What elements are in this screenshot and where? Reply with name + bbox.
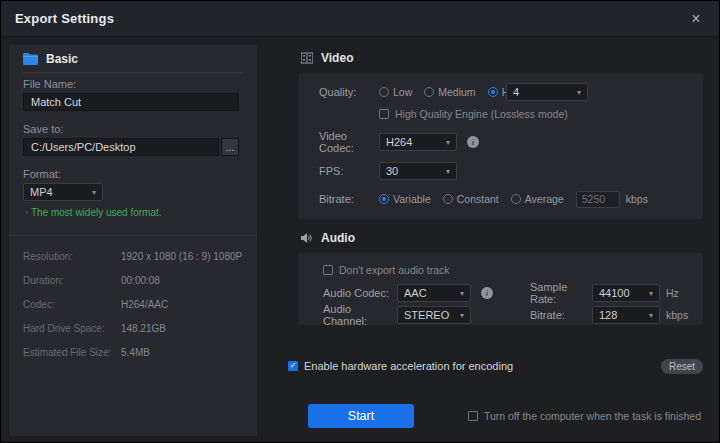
basic-section-header: Basic <box>23 52 78 66</box>
quality-level-dropdown[interactable]: 4 ▾ <box>506 83 588 101</box>
video-codec-value: H264 <box>386 136 412 148</box>
checkbox-checked-icon: ✓ <box>288 361 298 371</box>
info-value: 1920 x 1080 (16 : 9) 1080P <box>121 251 242 262</box>
info-label: Hard Drive Space: <box>23 323 105 334</box>
checkbox-icon <box>323 265 333 275</box>
audio-bitrate-dropdown[interactable]: 128 ▾ <box>592 306 660 324</box>
audio-channel-value: STEREO <box>404 309 449 321</box>
dont-export-audio-row: Don't export audio track <box>323 261 691 279</box>
info-row-resolution: Resolution: 1920 x 1080 (16 : 9) 1080P <box>23 251 249 263</box>
save-to-value: C:/Users/PC/Desktop <box>31 141 136 153</box>
format-dropdown[interactable]: MP4 ▾ <box>23 183 103 201</box>
hqe-checkbox-group[interactable]: High Quality Engine (Lossless mode) <box>379 108 568 120</box>
info-label: Resolution: <box>23 251 73 262</box>
audio-channel-label: Audio Channel: <box>323 303 397 327</box>
audio-codec-dropdown[interactable]: AAC ▾ <box>397 284 471 302</box>
fps-dropdown[interactable]: 30 ▾ <box>379 162 457 180</box>
radio-icon-selected <box>379 194 389 204</box>
info-icon[interactable]: i <box>481 287 493 299</box>
info-value: 5.4MB <box>121 347 150 358</box>
format-value: MP4 <box>30 186 53 198</box>
save-to-input[interactable]: C:/Users/PC/Desktop <box>23 138 219 156</box>
sample-rate-value: 44100 <box>599 287 630 299</box>
audio-bitrate-unit: kbps <box>666 309 688 321</box>
file-name-label: File Name: <box>23 78 76 90</box>
hqe-row: High Quality Engine (Lossless mode) <box>379 105 691 123</box>
audio-section-label: Audio <box>321 231 355 245</box>
radio-icon <box>443 194 453 204</box>
audio-codec-row: Audio Codec: AAC ▾ i Sample Rate: 44100 … <box>323 284 691 302</box>
basic-sidebar: Basic File Name: Match Cut Save to: C:/U… <box>9 45 257 436</box>
hw-accel-checkbox-group[interactable]: ✓ Enable hardware acceleration for encod… <box>288 360 513 372</box>
bitrate-value-input[interactable] <box>576 191 620 208</box>
video-section-header: Video <box>301 51 353 65</box>
divider <box>23 72 243 73</box>
speaker-icon <box>301 232 313 244</box>
file-name-value: Match Cut <box>31 96 81 108</box>
video-icon <box>301 52 313 64</box>
radio-icon <box>379 87 389 97</box>
bitrate-option-variable[interactable]: Variable <box>379 193 431 205</box>
audio-channel-row: Audio Channel: STEREO ▾ Bitrate: 128 ▾ k… <box>323 306 691 324</box>
format-label: Format: <box>23 168 61 180</box>
quality-option-medium[interactable]: Medium <box>424 86 475 98</box>
hardware-acceleration-row: ✓ Enable hardware acceleration for encod… <box>288 358 703 374</box>
divider <box>9 235 257 236</box>
audio-bitrate-group: Bitrate: 128 ▾ kbps <box>530 306 688 324</box>
audio-channel-dropdown[interactable]: STEREO ▾ <box>397 306 471 324</box>
dont-export-audio-checkbox-group[interactable]: Don't export audio track <box>323 264 450 276</box>
info-label: Codec: <box>23 299 55 310</box>
chevron-down-icon: ▾ <box>577 88 581 97</box>
save-to-label: Save to: <box>23 123 63 135</box>
audio-bitrate-value: 128 <box>599 309 617 321</box>
info-label: Duration: <box>23 275 64 286</box>
chevron-down-icon: ▾ <box>460 311 464 320</box>
reset-button[interactable]: Reset <box>661 359 703 374</box>
bitrate-label: Bitrate: <box>319 193 379 205</box>
quality-option-low[interactable]: Low <box>379 86 412 98</box>
info-row-estimated-file-size: Estimated File Size: 5.4MB <box>23 347 249 359</box>
format-hint: · The most widely used format. <box>25 207 162 218</box>
audio-settings-panel: Don't export audio track Audio Codec: AA… <box>299 253 703 325</box>
checkbox-icon <box>379 109 389 119</box>
close-icon[interactable]: × <box>687 11 705 27</box>
chevron-down-icon: ▾ <box>92 188 96 197</box>
info-icon[interactable]: i <box>467 136 479 148</box>
radio-label: Medium <box>438 86 475 98</box>
info-value: 148.21GB <box>121 323 166 334</box>
info-row-duration: Duration: 00:00:08 <box>23 275 249 287</box>
hw-accel-label: Enable hardware acceleration for encodin… <box>304 360 513 372</box>
chevron-down-icon: ▾ <box>649 311 653 320</box>
shutdown-checkbox-group[interactable]: Turn off the computer when the task is f… <box>468 410 701 422</box>
audio-codec-label: Audio Codec: <box>323 287 397 299</box>
start-button[interactable]: Start <box>308 404 414 428</box>
bitrate-unit: kbps <box>626 193 648 205</box>
bitrate-option-average[interactable]: Average <box>511 193 564 205</box>
info-row-hard-drive-space: Hard Drive Space: 148.21GB <box>23 323 249 335</box>
dont-export-audio-label: Don't export audio track <box>339 264 450 276</box>
video-section-label: Video <box>321 51 353 65</box>
hqe-label: High Quality Engine (Lossless mode) <box>395 108 568 120</box>
folder-icon <box>23 53 38 65</box>
basic-section-label: Basic <box>46 52 78 66</box>
title-bar: Export Settings × <box>1 1 719 37</box>
info-label: Estimated File Size: <box>23 347 111 358</box>
radio-label: Constant <box>457 193 499 205</box>
video-codec-label: Video Codec: <box>319 130 379 154</box>
audio-codec-value: AAC <box>404 287 427 299</box>
video-codec-dropdown[interactable]: H264 ▾ <box>379 133 457 151</box>
radio-label: Low <box>393 86 412 98</box>
chevron-down-icon: ▾ <box>649 289 653 298</box>
browse-button[interactable]: ... <box>221 138 239 156</box>
sample-rate-dropdown[interactable]: 44100 ▾ <box>592 284 660 302</box>
chevron-down-icon: ▾ <box>446 167 450 176</box>
chevron-down-icon: ▾ <box>460 289 464 298</box>
file-name-input[interactable]: Match Cut <box>23 93 239 111</box>
shutdown-label: Turn off the computer when the task is f… <box>484 410 701 422</box>
quality-row: Quality: Low Medium High 4 ▾ <box>319 83 691 101</box>
check-icon: ✓ <box>290 362 297 370</box>
fps-value: 30 <box>386 165 398 177</box>
fps-row: FPS: 30 ▾ <box>319 162 691 180</box>
sample-rate-label: Sample Rate: <box>530 281 592 305</box>
bitrate-option-constant[interactable]: Constant <box>443 193 499 205</box>
